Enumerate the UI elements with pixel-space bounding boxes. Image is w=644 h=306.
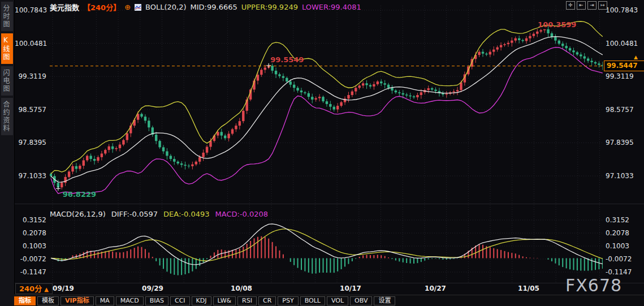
marked-high-annotation: 99.5549 [270,55,304,64]
sidebar-tab-3[interactable]: 闪电图 [1,66,13,96]
indicator-chart-icon [135,4,141,11]
boll-upper-value: UPPER:99.9249 [241,3,298,11]
macd-diff-value: DIFF:-0.0597 [111,210,158,218]
price-tick-label: 99.3119 [15,72,46,81]
boll-lower-value: LOWER:99.4081 [302,3,361,11]
chart-canvas[interactable] [0,0,644,306]
price-tick-label: 97.8395 [15,138,46,147]
toolbar-item-KDJ[interactable]: KDJ [192,296,211,305]
toolbar-item-CR[interactable]: CR [258,296,276,305]
sidebar: 分时图K线图闪电图合约资料 [0,0,15,306]
macd-tick-label: -0.0072 [15,255,46,264]
toolbar-item-BOLL[interactable]: BOLL [300,296,325,305]
price-tick-label: 98.5757 [606,105,634,114]
macd-header: MACD(26,12,9) DIFF:-0.0597 DEA:-0.0493 M… [50,210,268,218]
macd-tick-label: 0.3152 [606,216,629,225]
price-tick-label: 100.0481 [15,39,46,48]
compress-right-icon[interactable]: ⇥ [587,1,597,10]
boll-label: BOLL(20,2) [145,3,187,11]
toolbar-item-CCI[interactable]: CCI [170,296,190,305]
sidebar-tab-4[interactable]: 合约资料 [1,98,13,135]
macd-tick-label: -0.0072 [606,255,632,264]
price-tick-label: 98.5757 [15,105,46,114]
date-tick-label: 10/08 [231,285,252,292]
price-tick-label: 100.7843 [606,6,638,15]
chart-scale-buttons: ✛⇤⇥↦ [566,1,607,10]
main-chart-header: 美元指数 【240分】 ⊕ BOLL(20,2) MID:99.6665 UPP… [50,2,361,12]
sidebar-tab-1[interactable]: 分时图 [1,2,13,31]
trading-app-window: 分时图K线图闪电图合约资料 ✹ 美元指数 【240分】 ⊕ BOLL(20,2)… [0,0,644,306]
price-tick-label: 100.7843 [15,6,46,15]
macd-dea-value: DEA:-0.0493 [163,210,209,218]
toolbar-item-设置[interactable]: 设置 [374,296,395,305]
date-tick-label: 09/29 [142,285,163,292]
watermark: FX678 [565,275,622,295]
panel-divider [14,204,644,204]
macd-tick-label: 0.3152 [15,216,46,225]
macd-macd-value: MACD:-0.0208 [215,210,269,218]
dropdown-arrow-icon: ▲ [44,286,49,292]
macd-tick-label: 0.1003 [15,242,46,251]
crosshair-tool-icon[interactable]: ✛ [566,1,575,10]
toolbar-item-MACD[interactable]: MACD [116,296,144,305]
macd-tick-label: 0.2078 [606,229,629,238]
toolbar-item-LW&[interactable]: LW& [213,296,236,305]
indicator-toolbar: 指标模板VIP指标MAMACDBIASCCIKDJLW&RSICRPSYBOLL… [14,295,644,306]
sidebar-tab-2[interactable]: K线图 [1,33,13,64]
toolbar-item-MA[interactable]: MA [96,296,114,305]
toolbar-item-VOL[interactable]: VOL [327,296,348,305]
macd-tick-label: 0.2078 [15,229,46,238]
price-tick-label: 97.1033 [606,171,634,180]
price-tick-label: 99.3119 [606,72,634,81]
add-indicator-icon[interactable]: ⊕ [124,3,131,11]
instrument-title: 美元指数 [50,2,79,12]
price-tick-label: 100.0481 [606,39,638,48]
toolbar-item-RSI[interactable]: RSI [237,296,257,305]
toolbar-item-VIP指标[interactable]: VIP指标 [60,296,94,305]
toolbar-item-指标[interactable]: 指标 [14,296,36,305]
axis-divider [14,283,644,283]
compress-left-icon[interactable]: ⇤ [577,1,586,10]
macd-tick-label: 0.1003 [606,242,629,251]
macd-label: MACD(26,12,9) [50,210,106,218]
marked-high2-annotation: 100.3599 [538,20,576,29]
interval-label[interactable]: 【240分】 [83,2,120,12]
current-price-badge: 99.5447 [604,61,644,71]
date-tick-label: 10/17 [340,285,361,292]
pan-right-icon[interactable]: ↦ [598,1,607,10]
date-tick-label: 10/27 [425,285,446,292]
price-pin-icon: ▲ [634,54,638,60]
toolbar-item-模板[interactable]: 模板 [37,296,59,305]
interval-selector[interactable]: 240分▲ [15,283,53,294]
date-tick-label: 09/19 [53,285,74,292]
marked-low-annotation: 96.8229 [63,190,96,199]
price-tick-label: 97.8395 [606,138,634,147]
price-tick-label: 97.1033 [15,171,46,180]
date-tick-label: 11/05 [518,285,539,292]
toolbar-item-BIAS[interactable]: BIAS [145,296,168,305]
boll-mid-value: MID:99.6665 [191,3,237,11]
toolbar-item-PSY[interactable]: PSY [278,296,298,305]
macd-tick-label: -0.1147 [15,268,46,277]
toolbar-item-OBV[interactable]: OBV [350,296,372,305]
